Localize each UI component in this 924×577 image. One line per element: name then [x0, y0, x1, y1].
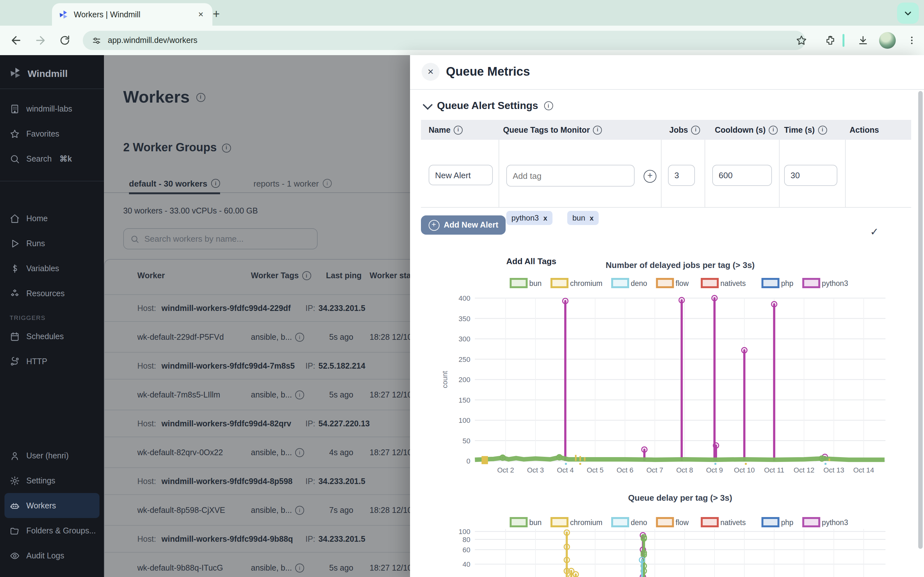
download-button[interactable] [855, 31, 871, 50]
url-bar[interactable]: app.windmill.dev/workers [83, 31, 805, 50]
close-panel-button[interactable] [422, 63, 439, 81]
alert-name-input[interactable] [429, 165, 493, 185]
eye-icon [10, 550, 20, 561]
remove-tag-icon[interactable]: x [543, 214, 547, 222]
info-icon[interactable] [691, 125, 700, 134]
table-row-host[interactable]: Host: windmill-workers-9fdfc99d4-7m8s5IP… [105, 352, 410, 379]
sidebar-item-audit-logs[interactable]: Audit Logs [0, 543, 104, 568]
folder-icon [10, 525, 20, 536]
jobs-input[interactable] [668, 165, 695, 186]
table-row-host[interactable]: Host: windmill-workers-9fdfc99d4-9b88qIP… [105, 525, 410, 552]
sidebar-item-label: Resources [26, 289, 65, 298]
brand-label: Windmill [27, 68, 68, 79]
site-controls-icon[interactable] [92, 35, 102, 45]
worker-search[interactable]: Search workers by name... [123, 228, 318, 250]
forward-button[interactable] [32, 32, 49, 49]
tag-chip-bun[interactable]: bunx [567, 211, 599, 225]
info-icon[interactable] [295, 333, 304, 342]
table-row-host[interactable]: Host: windmill-workers-9fdfc99d4-82qrvIP… [105, 410, 410, 437]
back-button[interactable] [8, 32, 24, 49]
remove-tag-icon[interactable]: x [590, 214, 594, 222]
svg-text:chromium: chromium [570, 518, 603, 527]
info-icon[interactable] [295, 564, 304, 572]
add-tag-input[interactable] [506, 165, 635, 187]
info-icon[interactable] [222, 143, 231, 152]
worker-start-cell: 18:28 12/10 [370, 495, 410, 526]
legend-item-deno: deno [612, 518, 647, 527]
svg-text:100: 100 [459, 416, 470, 424]
reload-button[interactable] [57, 32, 73, 49]
sidebar-brand[interactable]: Windmill [9, 61, 68, 85]
sidebar-item-user-henri[interactable]: User (henri) [0, 443, 104, 468]
info-icon[interactable] [818, 125, 827, 134]
info-icon[interactable] [295, 448, 304, 457]
info-icon[interactable] [323, 179, 332, 188]
tab-overflow-button[interactable] [897, 3, 919, 24]
table-row-worker[interactable]: wk-default-9b88q-ITucGansible, b...5s ag… [105, 552, 410, 577]
confirm-alert-button[interactable] [870, 226, 879, 238]
info-icon[interactable] [295, 390, 304, 400]
host-cell: Host: windmill-workers-9fdfc99d4-7m8s5 [137, 353, 295, 380]
sidebar-item-runs[interactable]: Runs [0, 231, 104, 256]
queue-alert-settings-header[interactable]: Queue Alert Settings [424, 100, 553, 111]
tab-reports-group[interactable]: reports - 1 worker [254, 174, 332, 192]
page-title: Workers [123, 87, 190, 107]
worker-name-cell: wk-default-82qrv-0Ox22 [137, 437, 223, 468]
add-tag-button[interactable] [644, 170, 656, 183]
legend-item-php: php [762, 279, 793, 287]
table-row-worker[interactable]: wk-default-82qrv-0Ox22ansible, b...4s ag… [105, 437, 410, 467]
sidebar-item-label: Audit Logs [26, 551, 64, 560]
sidebar-item-home[interactable]: Home [0, 206, 104, 231]
info-icon[interactable] [196, 93, 205, 102]
extensions-button[interactable] [822, 31, 838, 50]
browser-tab[interactable]: Workers | Windmill [52, 3, 212, 26]
ip-cell: IP:54.227.220.13 [305, 410, 370, 437]
browser-menu-button[interactable] [903, 31, 920, 50]
new-tab-button[interactable] [208, 6, 224, 22]
url-text[interactable]: app.windmill.dev/workers [108, 36, 197, 45]
info-icon[interactable] [769, 125, 778, 134]
info-icon[interactable] [302, 271, 311, 280]
sidebar-item-favorites[interactable]: Favorites [0, 121, 104, 146]
worker-start-cell: 18:28 12/10 [370, 322, 410, 353]
table-row-worker[interactable]: wk-default-7m8s5-LIllmansible, b...5s ag… [105, 379, 410, 410]
home-icon [10, 213, 20, 223]
sidebar-item-label: Home [26, 214, 48, 223]
add-new-alert-button[interactable]: Add New Alert [421, 215, 506, 235]
svg-text:50: 50 [463, 437, 470, 445]
panel-scrollbar[interactable] [918, 91, 923, 549]
sidebar-item-windmill-labs[interactable]: windmill-labs [0, 96, 104, 121]
info-icon[interactable] [295, 506, 304, 515]
tag-chip-python3[interactable]: python3x [506, 211, 552, 225]
worker-start-cell: 18:27 12/10 [370, 380, 410, 410]
sidebar-item-schedules[interactable]: Schedules [0, 324, 104, 349]
profile-avatar[interactable] [878, 31, 897, 50]
table-row-host[interactable]: Host: windmill-workers-9fdfc99d4-229dfIP… [105, 294, 410, 321]
sidebar-item-settings[interactable]: Settings [0, 468, 104, 493]
sidebar-item-label: User (henri) [26, 451, 69, 460]
sidebar-item-search[interactable]: Search⌘k [0, 146, 104, 171]
sidebar-item-http[interactable]: HTTP [0, 349, 104, 374]
host-cell: Host: windmill-workers-9fdfc99d4-9b88q [137, 526, 293, 553]
info-icon[interactable] [593, 125, 602, 134]
sidebar-item-variables[interactable]: Variables [0, 256, 104, 281]
svg-text:Oct 3: Oct 3 [527, 466, 544, 474]
time-input[interactable] [784, 165, 837, 186]
sidebar-item-folders-groups[interactable]: Folders & Groups... [0, 518, 104, 543]
tab-default-group[interactable]: default - 30 workers [129, 174, 220, 194]
cooldown-input[interactable] [712, 165, 772, 186]
info-icon[interactable] [544, 101, 553, 110]
info-icon[interactable] [211, 179, 220, 188]
table-row-worker[interactable]: wk-default-229df-P5FVdansible, b...5s ag… [105, 321, 410, 352]
bookmark-star-button[interactable] [793, 31, 810, 50]
table-row-worker[interactable]: wk-default-8p598-CjXVEansible, b...7s ag… [105, 494, 410, 525]
svg-text:0: 0 [467, 457, 470, 465]
table-row-host[interactable]: Host: windmill-workers-9fdfc99d4-8p598IP… [105, 467, 410, 494]
sidebar-item-workers[interactable]: Workers [5, 493, 99, 518]
svg-text:200: 200 [459, 376, 470, 384]
sidebar-item-resources[interactable]: Resources [0, 281, 104, 306]
tab-close-icon[interactable] [196, 9, 206, 19]
info-icon[interactable] [454, 125, 463, 134]
star-icon [10, 129, 20, 139]
chevron-down-icon [423, 99, 433, 109]
